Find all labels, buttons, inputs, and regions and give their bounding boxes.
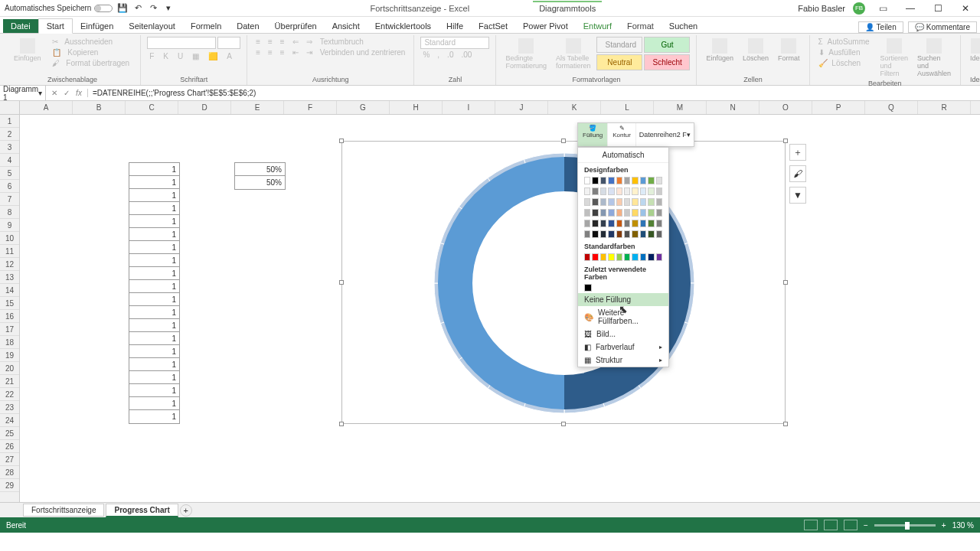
chart-object[interactable]	[341, 141, 786, 424]
cell[interactable]: 1	[129, 319, 179, 332]
column-header[interactable]: D	[178, 101, 231, 114]
cell[interactable]: 1	[129, 241, 179, 254]
color-swatch[interactable]	[624, 220, 630, 227]
column-header[interactable]: L	[601, 101, 654, 114]
row-header[interactable]: 17	[0, 323, 19, 336]
color-swatch[interactable]	[608, 177, 614, 184]
cell[interactable]: 1	[129, 267, 179, 280]
color-swatch[interactable]	[632, 209, 638, 217]
color-swatch[interactable]	[656, 253, 662, 261]
color-swatch[interactable]	[632, 253, 638, 261]
color-swatch[interactable]	[608, 198, 614, 206]
tab-powerpivot[interactable]: Power Pivot	[515, 19, 576, 33]
column-header[interactable]: K	[548, 101, 601, 114]
cell[interactable]: 1	[129, 371, 179, 384]
color-swatch[interactable]	[632, 220, 638, 227]
color-swatch[interactable]	[656, 198, 662, 206]
row-header[interactable]: 3	[0, 141, 19, 154]
color-swatch[interactable]	[592, 209, 598, 217]
cell[interactable]: 1	[129, 280, 179, 293]
picture-fill-button[interactable]: 🖼Bild...	[578, 328, 668, 341]
color-swatch[interactable]	[608, 209, 614, 217]
color-swatch[interactable]	[656, 230, 662, 238]
cell[interactable]: 1	[129, 345, 179, 358]
save-icon[interactable]: 💾	[117, 3, 128, 14]
format-cells-button[interactable]: Format	[775, 37, 803, 64]
style-neutral[interactable]: Neutral	[596, 54, 642, 70]
tab-formulas[interactable]: Formeln	[183, 19, 229, 33]
row-header[interactable]: 4	[0, 154, 19, 167]
color-swatch[interactable]	[592, 187, 598, 195]
color-swatch[interactable]	[592, 230, 598, 238]
zoom-in-button[interactable]: +	[942, 521, 946, 530]
gradient-fill-button[interactable]: ◧Farbverlauf▸	[578, 341, 668, 354]
row-header[interactable]: 8	[0, 206, 19, 219]
maximize-icon[interactable]: ☐	[928, 2, 948, 15]
row-header[interactable]: 6	[0, 180, 19, 193]
color-swatch[interactable]	[600, 230, 606, 238]
color-swatch[interactable]	[656, 177, 662, 184]
column-header[interactable]: A	[20, 101, 73, 114]
chart-handle[interactable]	[561, 139, 566, 143]
cell[interactable]: 1	[129, 228, 179, 241]
color-swatch[interactable]	[648, 230, 654, 238]
color-swatch[interactable]	[600, 220, 606, 227]
color-swatch[interactable]	[632, 177, 638, 184]
style-standard[interactable]: Standard	[596, 37, 642, 53]
color-swatch[interactable]	[592, 177, 598, 184]
zoom-out-button[interactable]: −	[864, 521, 868, 530]
accept-formula-icon[interactable]: ✓	[61, 89, 72, 97]
color-swatch[interactable]	[640, 220, 646, 227]
column-header[interactable]: J	[495, 101, 548, 114]
color-swatch[interactable]	[632, 198, 638, 206]
name-box[interactable]: Diagramm 1 ▾	[0, 85, 46, 102]
row-header[interactable]: 2	[0, 128, 19, 141]
color-swatch[interactable]	[608, 220, 614, 227]
texture-fill-button[interactable]: ▦Struktur▸	[578, 354, 668, 367]
color-swatch[interactable]	[624, 187, 630, 195]
delete-cells-button[interactable]: Löschen	[740, 37, 772, 64]
cell[interactable]: 1	[129, 384, 179, 397]
close-icon[interactable]: ✕	[956, 2, 975, 15]
cell[interactable]: 1	[129, 397, 179, 410]
row-header[interactable]: 7	[0, 193, 19, 206]
zoom-slider[interactable]	[874, 524, 936, 527]
cell[interactable]: 1	[129, 176, 179, 189]
row-header[interactable]: 28	[0, 466, 19, 479]
redo-icon[interactable]: ↷	[148, 3, 158, 14]
series-selector[interactable]: Datenreihen2 F ▾	[636, 123, 694, 146]
fill-dropdown-button[interactable]: 🪣Füllung	[578, 123, 608, 146]
ideas-button[interactable]: Ideen	[967, 37, 980, 64]
column-header[interactable]: B	[73, 101, 126, 114]
color-swatch[interactable]	[640, 253, 646, 261]
chart-styles-button[interactable]: 🖌	[789, 165, 806, 182]
color-swatch[interactable]	[600, 177, 606, 184]
row-header[interactable]: 21	[0, 375, 19, 388]
cell[interactable]: 1	[129, 293, 179, 306]
column-header[interactable]: G	[337, 101, 390, 114]
outline-dropdown-button[interactable]: ✎Kontur	[608, 123, 636, 146]
color-swatch[interactable]	[608, 230, 614, 238]
color-swatch[interactable]	[584, 198, 590, 206]
color-swatch[interactable]	[632, 230, 638, 238]
chart-handle[interactable]	[339, 422, 344, 426]
color-swatch[interactable]	[616, 187, 622, 195]
comments-button[interactable]: 💬Kommentare	[908, 21, 977, 33]
chart-handle[interactable]	[561, 422, 566, 426]
color-swatch[interactable]	[656, 187, 662, 195]
tab-format[interactable]: Format	[619, 19, 662, 33]
insert-cells-button[interactable]: Einfügen	[703, 37, 737, 64]
tab-review[interactable]: Überprüfen	[267, 19, 325, 33]
column-header[interactable]: C	[126, 101, 178, 114]
cancel-formula-icon[interactable]: ✕	[49, 89, 60, 97]
formula-input[interactable]: =DATENREIHE(;;'Progress Chart'!$E$5:$E$6…	[88, 89, 980, 97]
customize-qat-icon[interactable]: ▾	[163, 3, 174, 14]
column-header[interactable]: F	[284, 101, 337, 114]
column-header[interactable]: H	[390, 101, 443, 114]
chart-handle[interactable]	[339, 280, 344, 285]
color-swatch[interactable]	[624, 230, 630, 238]
color-swatch[interactable]	[616, 220, 622, 227]
style-bad[interactable]: Schlecht	[644, 54, 690, 70]
clear-button[interactable]: 🧹 Löschen	[816, 58, 874, 68]
color-swatch[interactable]	[648, 209, 654, 217]
